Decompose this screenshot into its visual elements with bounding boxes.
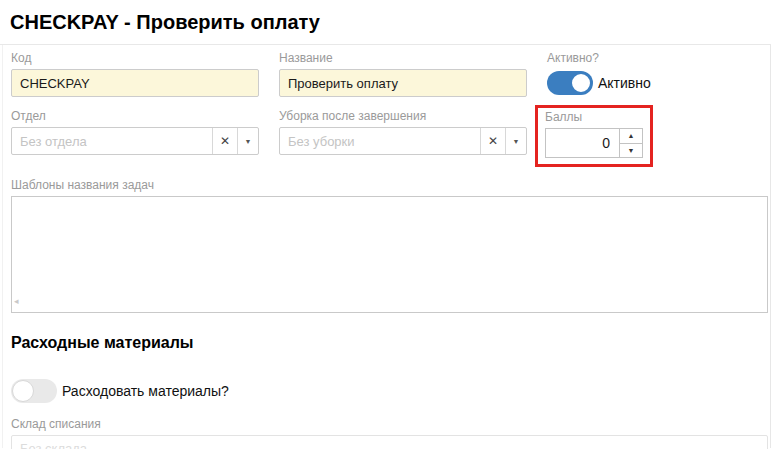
points-spin-buttons: ▲ ▼ (619, 129, 642, 157)
clear-icon[interactable]: ✕ (212, 128, 237, 154)
toggle-knob-icon (570, 72, 592, 94)
consume-materials-toggle-label: Расходовать материалы? (62, 383, 229, 399)
points-input[interactable] (546, 129, 619, 157)
form-row-2: Отдел ✕ ▼ Уборка после завершения ✕ ▼ Ба… (11, 109, 770, 167)
department-combobox: ✕ ▼ (11, 127, 259, 155)
consume-toggle-row: Расходовать материалы? (11, 377, 770, 405)
toggle-knob-icon (12, 380, 34, 402)
task-templates-label: Шаблоны названия задач (11, 178, 770, 192)
spin-up-button[interactable]: ▲ (620, 129, 642, 144)
warehouse-input (11, 435, 768, 449)
department-input[interactable] (12, 128, 212, 154)
code-label: Код (11, 51, 259, 65)
warehouse-label: Склад списания (11, 417, 770, 431)
cleaning-label: Уборка после завершения (279, 109, 527, 123)
name-field: Название (279, 51, 527, 97)
code-field: Код (11, 51, 259, 97)
cleaning-input[interactable] (280, 128, 480, 154)
scroll-left-icon: ◂ (14, 297, 19, 306)
page-title: CHECKPAY - Проверить оплату (0, 0, 771, 35)
warehouse-field: Склад списания (11, 417, 770, 449)
clear-icon[interactable]: ✕ (480, 128, 505, 154)
department-label: Отдел (11, 109, 259, 123)
active-field: Активно? Активно (547, 51, 651, 97)
points-spinner: ▲ ▼ (545, 128, 643, 158)
caret-up-icon: ▲ (628, 132, 635, 139)
active-toggle-state-label: Активно (598, 75, 651, 91)
points-field: Баллы ▲ ▼ (545, 110, 643, 158)
consume-materials-toggle[interactable] (11, 379, 57, 403)
name-label: Название (279, 51, 527, 65)
active-toggle-row: Активно (547, 69, 651, 97)
task-templates-textarea-wrap: ◂ (11, 196, 768, 313)
points-label: Баллы (545, 110, 643, 124)
task-templates-textarea[interactable] (11, 196, 768, 313)
code-input[interactable] (11, 69, 259, 97)
chevron-down-icon[interactable]: ▼ (237, 128, 258, 154)
cleaning-field: Уборка после завершения ✕ ▼ (279, 109, 527, 155)
cleaning-combobox: ✕ ▼ (279, 127, 527, 155)
name-input[interactable] (279, 69, 527, 97)
points-highlight-box: Баллы ▲ ▼ (535, 105, 653, 167)
task-templates-field: Шаблоны названия задач ◂ (11, 178, 770, 313)
form-panel: Код Название Активно? Активно Отдел ✕ ▼ (2, 45, 771, 448)
chevron-down-icon[interactable]: ▼ (505, 128, 526, 154)
active-toggle[interactable] (547, 71, 593, 95)
form-row-1: Код Название Активно? Активно (11, 51, 770, 97)
active-label: Активно? (547, 51, 651, 65)
caret-down-icon: ▼ (628, 147, 635, 154)
department-field: Отдел ✕ ▼ (11, 109, 259, 155)
consumables-heading: Расходные материалы (11, 333, 770, 353)
spin-down-button[interactable]: ▼ (620, 144, 642, 158)
